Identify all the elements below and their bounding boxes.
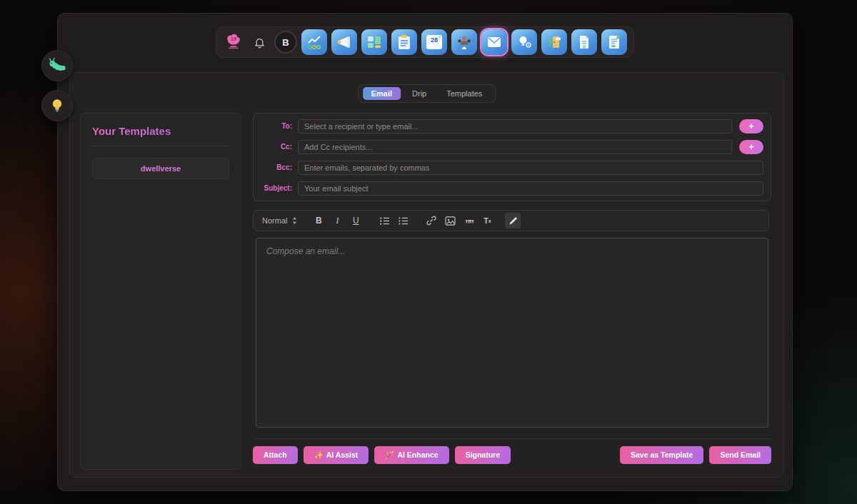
- add-cc-button[interactable]: +: [739, 140, 763, 154]
- bcc-row: Bcc:: [254, 157, 771, 178]
- compose-textarea[interactable]: [256, 238, 768, 427]
- ai-assist-button[interactable]: ✨ AI Assist: [304, 446, 369, 464]
- to-label: To:: [254, 122, 292, 130]
- brain-icon: [224, 32, 244, 52]
- tab-templates[interactable]: Templates: [438, 87, 491, 100]
- pen-button[interactable]: [505, 213, 521, 228]
- app-icon-analytics[interactable]: [301, 29, 327, 55]
- analytics-icon: [306, 34, 323, 51]
- add-recipient-button[interactable]: +: [739, 119, 763, 133]
- blockquote-button[interactable]: ””: [461, 213, 476, 228]
- ideas-lightbulb-button[interactable]: [41, 90, 73, 121]
- compose-body: [256, 238, 768, 428]
- templates-sidebar: Your Templates dwellverse: [80, 113, 241, 470]
- cc-row: Cc: +: [254, 136, 771, 157]
- family-icon: [456, 34, 473, 51]
- link-icon: [426, 216, 436, 226]
- attach-button[interactable]: Attach: [253, 446, 298, 464]
- clear-formatting-button[interactable]: Tx: [479, 213, 495, 228]
- editor-toolbar: Normal B I U: [253, 210, 769, 231]
- bell-icon: [254, 36, 266, 49]
- composer-tabs: Email Drip Templates: [358, 84, 496, 103]
- ordered-list-button[interactable]: [376, 213, 392, 228]
- sparkles-icon: ✨: [314, 450, 324, 460]
- app-icon-moves[interactable]: [541, 29, 567, 55]
- to-input[interactable]: [298, 119, 732, 133]
- receipt-icon: [606, 34, 623, 51]
- magic-wand-icon: 🪄: [385, 450, 394, 460]
- pen-icon: [508, 216, 518, 226]
- footer-divider: [253, 438, 771, 439]
- bold-button[interactable]: B: [311, 213, 326, 228]
- insert-image-button[interactable]: [442, 213, 458, 228]
- to-row: To: +: [254, 116, 771, 136]
- bullet-list-button[interactable]: [395, 213, 411, 228]
- lightbulb-icon: [47, 96, 67, 116]
- app-icon-ideas[interactable]: [511, 29, 537, 55]
- avatar-initial: B: [282, 37, 289, 48]
- document-icon: [576, 34, 593, 51]
- bcc-label: Bcc:: [254, 163, 292, 171]
- lightbulb-gear-icon: [516, 34, 533, 51]
- recipient-fields: To: + Cc: + Bcc: Subject:: [253, 113, 771, 201]
- door-arrow-icon: [546, 34, 563, 51]
- app-icon-documents[interactable]: [571, 29, 597, 55]
- underline-button[interactable]: U: [348, 213, 364, 228]
- sidebar-title: Your Templates: [92, 125, 229, 137]
- send-email-button[interactable]: Send Email: [709, 446, 771, 464]
- format-dropdown[interactable]: Normal: [262, 216, 298, 225]
- composer-footer: Attach ✨ AI Assist 🪄 AI Enhance Signatur…: [253, 445, 771, 464]
- subject-row: Subject:: [254, 178, 771, 198]
- sort-arrows-icon: [291, 216, 298, 225]
- tab-drip[interactable]: Drip: [404, 87, 435, 100]
- user-avatar-button[interactable]: B: [274, 31, 297, 54]
- cc-label: Cc:: [254, 143, 292, 151]
- link-button[interactable]: [424, 213, 439, 228]
- format-label: Normal: [262, 216, 287, 225]
- ai-brain-button[interactable]: 19: [223, 31, 244, 53]
- app-window: 19 B: [57, 13, 793, 491]
- template-item-dwellverse[interactable]: dwellverse: [92, 158, 229, 179]
- caterpillar-assistant-button[interactable]: [41, 50, 73, 81]
- envelope-icon: [486, 34, 503, 51]
- email-workspace-panel: Email Drip Templates Your Templates dwel…: [69, 72, 784, 478]
- calendar-icon: 28: [426, 35, 442, 49]
- subject-label: Subject:: [254, 184, 292, 192]
- app-dock: 19 B: [216, 26, 634, 58]
- notifications-bell-button[interactable]: [249, 31, 270, 53]
- app-icon-board[interactable]: [361, 29, 387, 55]
- italic-button[interactable]: I: [329, 213, 345, 228]
- save-as-template-button[interactable]: Save as Template: [620, 446, 703, 464]
- bcc-input[interactable]: [298, 161, 763, 175]
- app-icon-email[interactable]: [481, 29, 507, 55]
- megaphone-icon: [336, 34, 353, 51]
- app-icon-contacts[interactable]: [451, 29, 477, 55]
- caterpillar-icon: [46, 55, 68, 76]
- signature-button[interactable]: Signature: [455, 446, 511, 464]
- tab-email[interactable]: Email: [363, 87, 401, 100]
- image-icon: [445, 216, 456, 226]
- cc-input[interactable]: [298, 140, 732, 154]
- subject-input[interactable]: [298, 181, 763, 196]
- clipboard-icon: [396, 34, 413, 51]
- ordered-list-icon: [379, 216, 390, 226]
- kanban-icon: [366, 34, 383, 51]
- bullet-list-icon: [398, 216, 409, 226]
- app-icon-calendar[interactable]: 28: [421, 29, 447, 55]
- app-icon-invoices[interactable]: [601, 29, 627, 55]
- sidebar-divider: [92, 146, 229, 146]
- app-icon-tasks[interactable]: [391, 29, 417, 55]
- app-icon-marketing[interactable]: [331, 29, 357, 55]
- ai-enhance-button[interactable]: 🪄 AI Enhance: [374, 446, 448, 464]
